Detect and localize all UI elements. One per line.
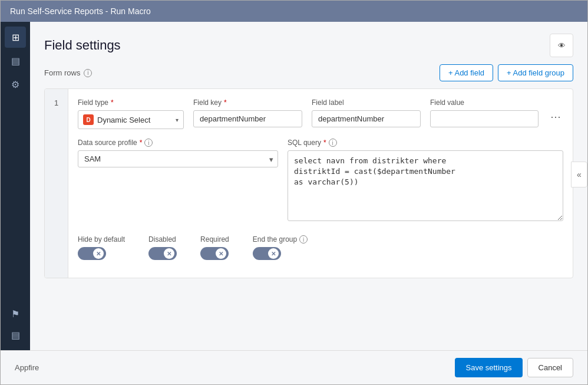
page-header: Field settings 👁 <box>30 22 587 64</box>
field-type-label: Field type * <box>78 98 184 107</box>
required-star-ds: * <box>140 139 143 147</box>
hide-by-default-thumb: ✕ <box>93 248 104 259</box>
cancel-button[interactable]: Cancel <box>527 358 573 377</box>
disabled-label: Disabled <box>148 235 177 243</box>
field-key-group: Field key * <box>193 98 302 127</box>
field-label-input[interactable] <box>312 110 421 127</box>
field-type-select[interactable]: D Dynamic Select ▾ <box>78 110 184 129</box>
field-type-chevron-icon: ▾ <box>176 117 179 123</box>
sidebar-icon-settings[interactable]: ⚙ <box>5 74 26 95</box>
row-number: 1 <box>45 89 68 278</box>
sql-group: SQL query * i select navn from distrikte… <box>288 139 563 221</box>
title-bar: Run Self-Service Reports - Run Macro <box>1 1 587 22</box>
datasource-group: Data source profile * i SAM ▾ <box>78 139 278 167</box>
end-group-toggle[interactable]: ✕ <box>253 247 281 260</box>
required-label: Required <box>200 235 229 243</box>
app-window: Run Self-Service Reports - Run Macro ⊞ ▤… <box>0 0 588 385</box>
content-area: Field settings 👁 Form rows i + Add field… <box>30 22 587 350</box>
row-content: Field type * D Dynamic Select ▾ <box>68 89 573 278</box>
window-title: Run Self-Service Reports - Run Macro <box>10 6 151 16</box>
save-settings-button[interactable]: Save settings <box>455 358 522 377</box>
more-options-area: ⋯ <box>548 98 563 123</box>
required-star: * <box>111 98 114 107</box>
field-key-input[interactable] <box>193 110 302 127</box>
form-rows-header: Form rows i + Add field + Add field grou… <box>44 64 573 81</box>
datasource-label: Data source profile * i <box>78 139 278 147</box>
main-area: ⊞ ▤ ⚙ ⚑ ▤ Field settings 👁 F <box>1 22 587 350</box>
collapse-button[interactable]: « <box>571 162 587 187</box>
footer-brand: Appfire <box>15 363 39 372</box>
sidebar-icon-document[interactable]: ▤ <box>5 324 26 345</box>
sidebar: ⊞ ▤ ⚙ ⚑ ▤ <box>1 22 30 350</box>
hide-by-default-label: Hide by default <box>78 235 125 243</box>
page-title: Field settings <box>44 38 121 53</box>
field-value-group: Field value <box>430 98 539 127</box>
hide-by-default-toggle-item: Hide by default ✕ <box>78 235 125 260</box>
end-group-thumb: ✕ <box>268 248 279 259</box>
disabled-toggle[interactable]: ✕ <box>148 247 177 260</box>
disabled-thumb: ✕ <box>164 248 174 259</box>
add-field-group-button[interactable]: + Add field group <box>498 64 573 81</box>
required-toggle-item: Required ✕ <box>200 235 229 260</box>
required-thumb: ✕ <box>216 248 226 259</box>
datasource-select[interactable]: SAM <box>78 150 278 167</box>
toggles-row: Hide by default ✕ <box>78 233 563 260</box>
sidebar-icon-grid[interactable]: ⊞ <box>5 27 26 48</box>
hide-by-default-toggle[interactable]: ✕ <box>78 247 106 260</box>
sql-info-icon[interactable]: i <box>329 139 337 147</box>
preview-button[interactable]: 👁 <box>550 34 573 57</box>
end-group-info-icon[interactable]: i <box>299 235 308 243</box>
header-buttons: + Add field + Add field group <box>440 64 573 81</box>
dynamic-select-icon: D <box>83 114 94 125</box>
end-group-label: End the group i <box>253 235 308 243</box>
field-label-group: Field label <box>312 98 421 127</box>
form-rows-label: Form rows i <box>44 68 92 77</box>
field-type-group: Field type * D Dynamic Select ▾ <box>78 98 184 129</box>
form-rows-area: Form rows i + Add field + Add field grou… <box>30 64 587 350</box>
form-rows-info-icon[interactable]: i <box>84 69 92 77</box>
add-field-button[interactable]: + Add field <box>440 64 493 81</box>
field-value-label: Field value <box>430 98 539 107</box>
field-row-card: 1 Field type * D <box>44 88 573 278</box>
sidebar-icon-layers[interactable]: ▤ <box>5 50 26 71</box>
end-group-toggle-item: End the group i ✕ <box>253 235 308 260</box>
eye-icon: 👁 <box>558 41 566 50</box>
field-key-label: Field key * <box>193 98 302 107</box>
more-options-button[interactable]: ⋯ <box>548 108 563 125</box>
required-star-key: * <box>224 98 227 107</box>
field-label-label: Field label <box>312 98 421 107</box>
disabled-toggle-item: Disabled ✕ <box>148 235 177 260</box>
field-value-input[interactable] <box>430 110 539 127</box>
sql-label: SQL query * i <box>288 139 563 147</box>
sidebar-bottom: ⚑ ▤ <box>5 303 26 345</box>
footer: Appfire Save settings Cancel <box>1 350 587 384</box>
sql-query-textarea[interactable]: select navn from distrikter where distri… <box>288 150 563 221</box>
required-toggle[interactable]: ✕ <box>200 247 229 260</box>
sidebar-icon-flag[interactable]: ⚑ <box>5 303 26 324</box>
footer-buttons: Save settings Cancel <box>455 358 573 377</box>
datasource-info-icon[interactable]: i <box>144 139 153 147</box>
required-star-sql: * <box>323 139 326 147</box>
